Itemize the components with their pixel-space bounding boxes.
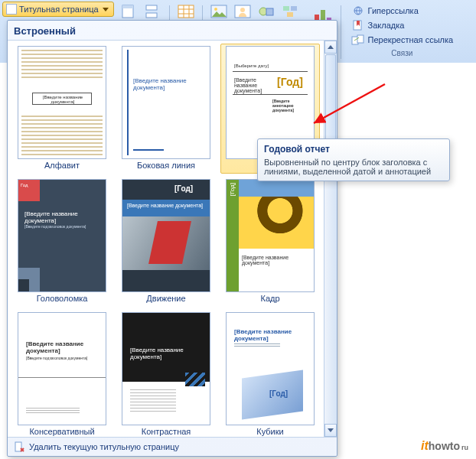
gallery-tile-sideline[interactable]: [Введите название документа] Боковая лин… xyxy=(116,44,216,174)
chevron-down-icon xyxy=(103,8,109,11)
watermark: ithowtoru xyxy=(421,439,468,453)
clipart-button[interactable] xyxy=(232,2,253,21)
svg-rect-11 xyxy=(283,6,289,11)
svg-rect-21 xyxy=(357,35,364,43)
svg-point-6 xyxy=(214,8,217,11)
gallery-tile-cubes[interactable]: [Введите название документа] [Год] Кубик… xyxy=(220,310,320,438)
picture-button[interactable] xyxy=(208,2,230,21)
blank-page-button[interactable] xyxy=(119,2,140,21)
cover-page-dropdown[interactable]: Титульная страница xyxy=(2,2,114,17)
svg-rect-3 xyxy=(146,13,157,18)
links-group: Гиперссылка Закладка Перекрестная ссылка… xyxy=(347,2,460,59)
gallery-caption: Консервативный xyxy=(29,427,94,438)
smartart-button[interactable] xyxy=(279,2,301,21)
tooltip-title: Годовой отчет xyxy=(264,144,443,155)
gallery-tile-alphabet[interactable]: [Введите название документа] Алфавит xyxy=(12,44,112,174)
gallery-tile-motion[interactable]: [Год] [Введите название документа] Движе… xyxy=(116,177,216,307)
tooltip: Годовой отчет Выровненный по центру блок… xyxy=(257,138,450,181)
hyperlink-label: Гиперссылка xyxy=(368,6,419,15)
gallery-tile-frame[interactable]: [Год] [Введите название документа] Кадр xyxy=(220,177,320,307)
svg-rect-22 xyxy=(15,442,21,451)
cover-page-label: Титульная страница xyxy=(19,5,99,14)
delete-page-icon xyxy=(14,441,24,452)
page-break-button[interactable] xyxy=(142,2,164,21)
gallery-tile-conservative[interactable]: [Введите название документа] [Введите по… xyxy=(12,310,112,438)
tooltip-body: Выровненный по центру блок заголовка с л… xyxy=(264,158,443,176)
crossref-button[interactable]: Перекрестная ссылка xyxy=(348,33,457,47)
svg-rect-12 xyxy=(291,6,297,11)
crossref-label: Перекрестная ссылка xyxy=(368,35,454,44)
gallery-tile-contrast[interactable]: [Введите название документа] Контрастная xyxy=(116,310,216,438)
gallery-caption: Движение xyxy=(146,294,185,304)
gallery-caption: Контрастная xyxy=(142,427,191,438)
gallery-caption: Кадр xyxy=(260,294,279,304)
links-group-label: Связи xyxy=(348,49,457,59)
gallery-scrollbar[interactable] xyxy=(324,41,337,437)
shapes-button[interactable] xyxy=(256,2,277,21)
gallery-caption: Кубики xyxy=(256,427,283,438)
svg-point-8 xyxy=(240,8,245,12)
svg-rect-10 xyxy=(266,8,273,15)
remove-cover-page-item[interactable]: Удалить текущую титульную страницу xyxy=(8,438,337,456)
svg-rect-4 xyxy=(178,5,194,18)
scroll-up-button[interactable] xyxy=(324,41,337,54)
gallery-caption: Алфавит xyxy=(44,161,80,171)
cover-page-gallery: Встроенный [Введите название документа] … xyxy=(7,20,337,457)
bookmark-label: Закладка xyxy=(368,21,405,30)
gallery-caption: Головоломка xyxy=(37,294,88,304)
svg-rect-2 xyxy=(146,5,157,10)
ribbon-separator xyxy=(341,5,341,59)
gallery-section-header: Встроенный xyxy=(8,21,337,40)
table-button[interactable] xyxy=(175,2,197,21)
bookmark-button[interactable]: Закладка xyxy=(348,18,457,32)
cover-page-icon xyxy=(6,4,17,15)
svg-rect-1 xyxy=(122,5,133,8)
gallery-tile-puzzle[interactable]: Год [Введите название документа] [Введит… xyxy=(12,177,112,307)
scroll-down-button[interactable] xyxy=(324,424,337,437)
hyperlink-button[interactable]: Гиперссылка xyxy=(348,4,457,18)
svg-rect-13 xyxy=(287,12,293,17)
gallery-caption: Боковая линия xyxy=(137,161,195,171)
remove-cover-page-label: Удалить текущую титульную страницу xyxy=(29,442,179,451)
